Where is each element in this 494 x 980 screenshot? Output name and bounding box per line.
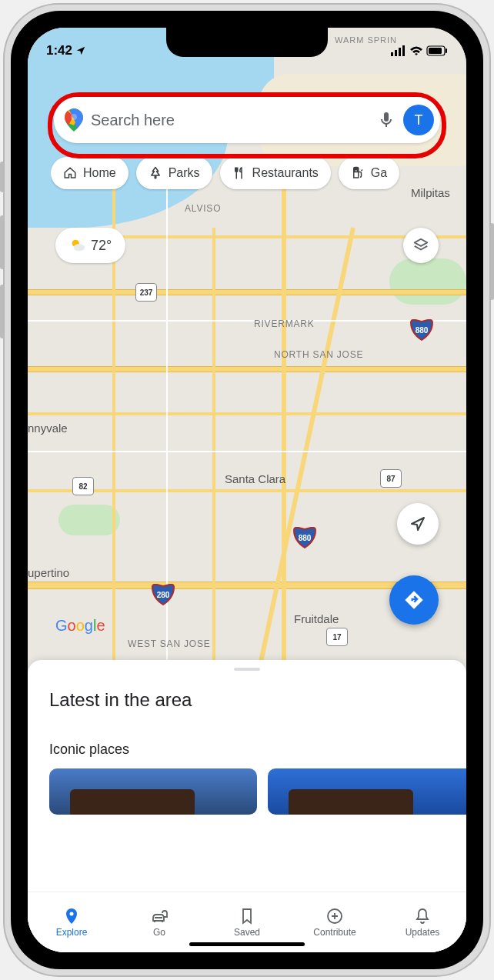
cellular-icon — [391, 45, 406, 56]
weather-pill[interactable]: 72° — [55, 228, 125, 263]
google-logo: Google — [55, 617, 105, 635]
svg-text:880: 880 — [299, 534, 312, 542]
route-shield-17: 17 — [326, 628, 348, 646]
nav-label: Contribute — [313, 927, 355, 938]
place-card[interactable] — [268, 768, 466, 815]
pin-icon — [62, 907, 81, 925]
google-maps-pin-icon — [65, 108, 83, 132]
chip-label: Restaurants — [252, 166, 319, 180]
weather-temp: 72° — [91, 238, 112, 254]
chip-label: Ga — [371, 166, 387, 180]
wifi-icon — [409, 45, 423, 56]
chip-restaurants[interactable]: Restaurants — [220, 157, 331, 189]
nav-label: Explore — [56, 927, 88, 938]
svg-point-13 — [70, 912, 74, 916]
chip-parks[interactable]: Parks — [136, 157, 212, 189]
sheet-subtitle: Iconic places — [49, 742, 466, 758]
svg-text:880: 880 — [416, 326, 429, 335]
interstate-shield-280: 280 — [151, 585, 175, 605]
microphone-icon[interactable] — [377, 111, 396, 129]
svg-point-12 — [74, 244, 85, 251]
bookmark-icon — [238, 907, 256, 925]
route-shield-237: 237 — [135, 283, 157, 302]
status-right — [391, 38, 448, 56]
svg-rect-9 — [446, 48, 447, 53]
account-avatar[interactable]: T — [403, 105, 434, 135]
chip-gas[interactable]: Ga — [339, 157, 399, 189]
partly-cloudy-icon — [69, 237, 86, 254]
location-arrow-icon — [75, 45, 86, 56]
map-label-nnyvale: nnyvale — [28, 422, 68, 435]
svg-rect-6 — [402, 45, 405, 56]
home-indicator[interactable] — [189, 942, 305, 946]
svg-rect-5 — [399, 48, 401, 56]
map-label-santa-clara: Santa Clara — [225, 472, 285, 485]
chip-home[interactable]: Home — [51, 157, 129, 189]
status-time: 1:42 — [46, 43, 72, 58]
nav-updates[interactable]: Updates — [379, 892, 466, 952]
svg-point-10 — [71, 114, 77, 120]
plus-circle-icon — [325, 907, 344, 925]
map-label-wsj: WEST SAN JOSE — [128, 638, 211, 649]
search-placeholder: Search here — [91, 112, 377, 129]
layers-icon — [412, 237, 429, 254]
navigation-icon — [409, 515, 427, 533]
directions-icon — [403, 589, 425, 611]
chip-label: Home — [83, 166, 116, 180]
fork-knife-icon — [232, 166, 246, 180]
gas-pump-icon — [351, 166, 365, 180]
notch — [166, 28, 328, 57]
home-icon — [63, 166, 77, 180]
nav-explore[interactable]: Explore — [28, 892, 115, 952]
commute-icon — [150, 907, 169, 925]
map-label-nsj: NORTH SAN JOSE — [274, 349, 363, 360]
search-bar[interactable]: Search here T — [54, 97, 440, 143]
screen: WARM SPRIN ALVISO RIVERMARK NORTH SAN JO… — [28, 28, 466, 952]
map-label-fruitdale: Fruitdale — [294, 612, 339, 625]
interstate-shield-880-bot: 880 — [292, 528, 317, 548]
nav-label: Updates — [406, 927, 440, 938]
svg-text:280: 280 — [157, 591, 170, 599]
directions-button[interactable] — [389, 575, 439, 625]
category-chips-row[interactable]: Home Parks Restaurants Ga — [51, 157, 466, 192]
map-label-upertino: upertino — [28, 566, 69, 579]
svg-rect-4 — [395, 50, 397, 56]
map-label-alviso: ALVISO — [185, 203, 221, 214]
chip-label: Parks — [169, 166, 200, 180]
nav-label: Go — [153, 927, 165, 938]
map-label-rivermark: RIVERMARK — [254, 318, 315, 329]
nav-label: Saved — [234, 927, 260, 938]
tree-icon — [149, 166, 162, 180]
sheet-title: Latest in the area — [49, 689, 466, 711]
my-location-button[interactable] — [397, 503, 439, 545]
route-shield-82: 82 — [72, 477, 94, 495]
svg-rect-3 — [391, 52, 393, 56]
battery-icon — [426, 45, 448, 56]
place-card[interactable] — [49, 768, 257, 815]
svg-rect-8 — [429, 48, 442, 54]
interstate-shield-880-top: 880 — [409, 320, 434, 340]
layers-button[interactable] — [403, 228, 439, 263]
bell-icon — [413, 907, 432, 925]
cards-row[interactable] — [28, 768, 466, 815]
route-shield-87: 87 — [380, 469, 402, 488]
sheet-grabber[interactable] — [234, 668, 260, 671]
